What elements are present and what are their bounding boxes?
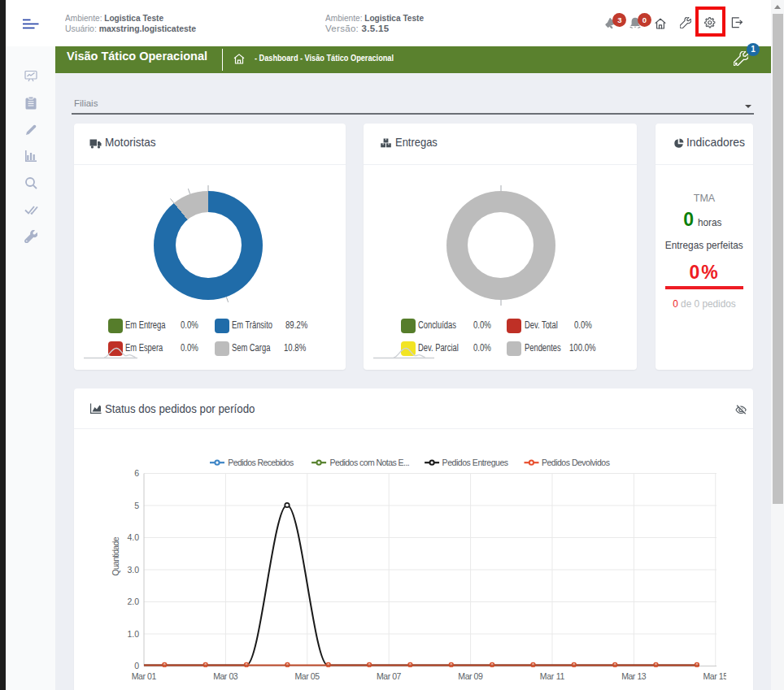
svg-text:0: 0 xyxy=(134,661,139,670)
svg-text:Pedidos Devolvidos: Pedidos Devolvidos xyxy=(542,458,610,467)
svg-text:1.0: 1.0 xyxy=(127,629,139,639)
svg-text:4.0: 4.0 xyxy=(127,532,139,542)
svg-text:5: 5 xyxy=(134,501,139,510)
svg-text:6: 6 xyxy=(134,468,139,478)
svg-text:Pedidos com Notas E...: Pedidos com Notas E... xyxy=(330,458,410,467)
svg-text:Pedidos Recebidos: Pedidos Recebidos xyxy=(228,458,294,467)
svg-text:Mar 13: Mar 13 xyxy=(621,671,647,681)
svg-text:Mar 01: Mar 01 xyxy=(132,671,157,681)
svg-text:Mar 15: Mar 15 xyxy=(703,671,726,681)
svg-text:Mar 03: Mar 03 xyxy=(213,671,238,681)
svg-text:Mar 07: Mar 07 xyxy=(377,671,402,681)
svg-text:3.0: 3.0 xyxy=(127,565,139,575)
svg-text:2.0: 2.0 xyxy=(127,597,139,606)
svg-text:Mar 05: Mar 05 xyxy=(295,671,320,681)
svg-text:Mar 11: Mar 11 xyxy=(540,671,565,681)
svg-text:Quantidade: Quantidade xyxy=(111,536,120,575)
svg-text:Pedidos Entregues: Pedidos Entregues xyxy=(442,458,509,467)
svg-text:Mar 09: Mar 09 xyxy=(458,671,483,681)
